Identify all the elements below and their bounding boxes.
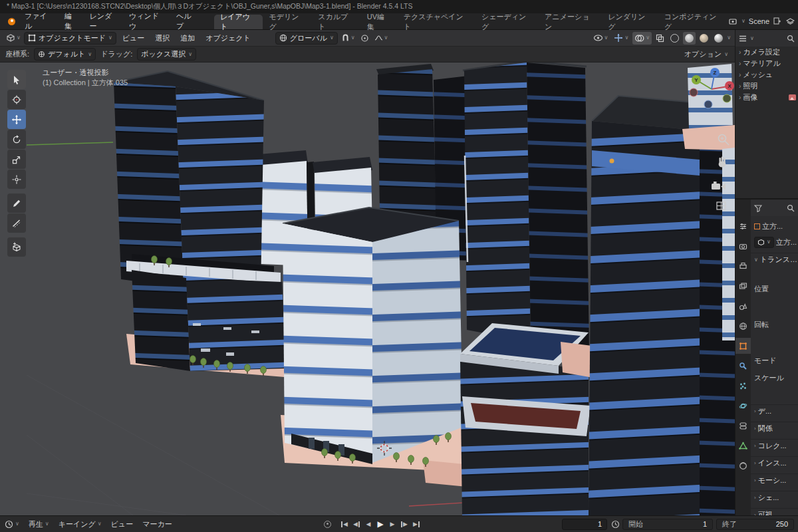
tool-cursor[interactable] xyxy=(7,90,26,109)
use-preview-range-icon[interactable] xyxy=(610,519,620,529)
building-left-tower[interactable] xyxy=(114,71,286,376)
tab-texturepaint[interactable]: テクスチャペイント xyxy=(398,15,475,29)
menu-view[interactable]: ビュー xyxy=(118,33,150,43)
tab-animation[interactable]: アニメーション xyxy=(539,15,601,29)
tab-sculpt[interactable]: スカルプト xyxy=(312,15,360,29)
timeline-menu-view[interactable]: ビュー xyxy=(106,519,138,529)
menu-add[interactable]: 追加 xyxy=(176,33,200,43)
tab-uv[interactable]: UV編集 xyxy=(361,15,397,29)
jump-to-start-button[interactable]: ◀ xyxy=(339,519,350,530)
tab-rendering[interactable]: レンダリング xyxy=(602,15,657,29)
outliner-item-images[interactable]: › 画像 xyxy=(735,92,798,103)
scene-dropdown-chevron[interactable]: ∨ xyxy=(741,19,745,24)
tool-select-box[interactable] xyxy=(7,70,26,89)
menu-edit[interactable]: 編集 xyxy=(59,13,84,29)
shading-dropdown-chevron[interactable]: ∨ xyxy=(727,35,731,41)
transform-orientation-select[interactable]: グローバル ∨ xyxy=(275,32,338,45)
play-reverse-button[interactable]: ◀ xyxy=(363,519,374,530)
current-frame-field[interactable]: 1 xyxy=(562,519,607,530)
outliner-item-materials[interactable]: › マテリアル xyxy=(735,58,798,69)
tab-physics-icon[interactable] xyxy=(735,398,751,414)
properties-filter-icon[interactable] xyxy=(753,203,763,213)
timeline-menu-marker[interactable]: マーカー xyxy=(138,519,177,529)
gizmo-axis-x-neg[interactable] xyxy=(690,88,698,96)
tab-particles-icon[interactable] xyxy=(735,378,751,394)
section-collections[interactable]: ›コレク... xyxy=(751,439,798,452)
section-instancing[interactable]: ›インス... xyxy=(751,456,798,469)
xray-toggle-button[interactable] xyxy=(654,32,666,45)
tab-object-icon[interactable] xyxy=(735,338,751,354)
scene-name[interactable]: Scene xyxy=(749,17,769,25)
next-keyframe-button[interactable]: ▶ xyxy=(399,519,410,530)
tab-tool-icon[interactable] xyxy=(735,218,751,234)
overlays-toggle-button[interactable]: ∨ xyxy=(632,32,652,45)
tab-output-icon[interactable] xyxy=(735,258,751,274)
options-chevron[interactable]: ∨ xyxy=(724,52,728,57)
mode-select[interactable]: オブジェクトモード ∨ xyxy=(24,32,116,45)
menu-render[interactable]: レンダー xyxy=(84,13,124,29)
section-delta-transform[interactable]: ›デ... xyxy=(751,404,798,418)
section-motion-paths[interactable]: ›モーシ... xyxy=(751,473,798,487)
tab-layout[interactable]: レイアウト xyxy=(214,15,263,29)
properties-search-icon[interactable] xyxy=(786,203,795,213)
section-transform[interactable]: ∨ トランスフォーム xyxy=(751,253,798,266)
frame-end-field[interactable]: 終了 250 xyxy=(716,519,794,530)
outliner-display-mode-icon[interactable] xyxy=(738,34,747,43)
tab-world-icon[interactable] xyxy=(735,318,751,334)
tool-move[interactable] xyxy=(7,110,26,129)
tab-viewlayer-icon[interactable] xyxy=(735,278,751,294)
proportional-falloff-button[interactable]: ∨ xyxy=(372,32,390,45)
tab-data-icon[interactable] xyxy=(735,438,751,454)
tool-rotate[interactable] xyxy=(7,130,26,149)
tab-compositing[interactable]: コンポジティング xyxy=(658,15,728,29)
menu-file[interactable]: ファイル xyxy=(19,13,59,29)
blender-logo-icon[interactable] xyxy=(7,17,17,27)
snap-magnet-button[interactable]: ∨ xyxy=(339,32,357,45)
object-datablock-field[interactable]: ∨ xyxy=(754,237,774,248)
shading-rendered-button[interactable] xyxy=(712,32,725,45)
tab-modeling[interactable]: モデリング xyxy=(263,15,312,29)
shading-material-button[interactable] xyxy=(698,32,710,45)
prev-keyframe-button[interactable]: ◀ xyxy=(351,519,362,530)
editor-type-button[interactable]: ∨ xyxy=(4,32,23,45)
outliner-item-mesh[interactable]: › メッシュ xyxy=(735,69,798,80)
new-scene-icon[interactable] xyxy=(773,17,782,26)
outliner-search-icon[interactable] xyxy=(786,34,795,43)
outliner-item-camera-settings[interactable]: › カメラ設定 xyxy=(735,47,798,58)
tab-scene-icon[interactable] xyxy=(735,298,751,314)
timeline-menu-playback[interactable]: 再生∨ xyxy=(24,519,54,529)
gizmo-axis-y-neg[interactable] xyxy=(723,94,731,102)
gizmos-toggle-button[interactable]: ∨ xyxy=(612,32,630,45)
timeline-menu-keying[interactable]: キーイング∨ xyxy=(54,519,106,529)
building-right-tower[interactable] xyxy=(589,96,724,515)
menu-help[interactable]: ヘルプ xyxy=(171,13,203,29)
tool-annotate[interactable] xyxy=(7,194,26,213)
menu-select[interactable]: 選択 xyxy=(150,33,174,43)
view-layer-icon[interactable] xyxy=(785,17,795,26)
next-frame-button[interactable]: ▶ xyxy=(387,519,398,530)
tab-shading[interactable]: シェーディング xyxy=(475,15,538,29)
options-label[interactable]: オプション xyxy=(684,49,722,59)
tab-constraints-icon[interactable] xyxy=(735,418,751,434)
shading-wireframe-button[interactable] xyxy=(668,32,681,45)
tool-add-cube[interactable] xyxy=(7,237,26,257)
tab-render-icon[interactable] xyxy=(735,238,751,254)
tool-transform[interactable] xyxy=(7,170,26,189)
menu-window[interactable]: ウィンドウ xyxy=(124,13,171,29)
viewport-3d[interactable]: ユーザー・透視投影 (1) Collection | 立方体.035 xyxy=(0,63,735,515)
proportional-edit-button[interactable] xyxy=(358,32,371,45)
shading-solid-button[interactable] xyxy=(683,32,696,45)
building-edge-dark[interactable] xyxy=(722,340,735,515)
play-button[interactable]: ▶ xyxy=(375,519,386,530)
building-edge-white[interactable] xyxy=(722,148,735,342)
pan-hand-icon[interactable] xyxy=(719,157,726,168)
viewport-3d-scene[interactable]: X Y Z xyxy=(27,63,735,515)
tab-modifiers-icon[interactable] xyxy=(735,358,751,374)
jump-to-end-button[interactable]: ▶ xyxy=(411,519,422,530)
coord-system-select[interactable]: デフォルト ∨ xyxy=(34,48,96,61)
scene-icon[interactable] xyxy=(729,17,738,26)
building-white-center[interactable] xyxy=(283,207,463,467)
section-shading[interactable]: ›シェ... xyxy=(751,491,798,504)
frame-start-field[interactable]: 開始 1 xyxy=(622,519,713,530)
drag-mode-select[interactable]: ボックス選択 ∨ xyxy=(137,48,196,61)
